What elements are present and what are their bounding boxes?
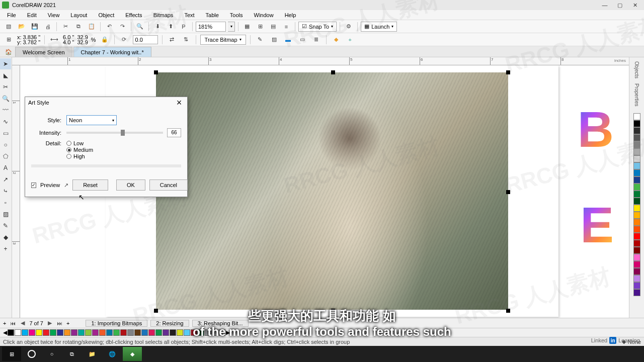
objects-docker[interactable]: Objects xyxy=(634,59,639,80)
grid-icon[interactable]: ▤ xyxy=(268,21,279,32)
palette-swatch[interactable] xyxy=(163,329,169,336)
zoom-level[interactable]: 181% xyxy=(196,22,226,32)
mirror-h-icon[interactable]: ⇄ xyxy=(167,34,178,45)
fill-tool[interactable]: ◆ xyxy=(0,232,11,243)
rulers-icon[interactable]: ⊞ xyxy=(255,21,266,32)
chrome-icon[interactable]: 🌐 xyxy=(103,347,122,361)
style-dropdown[interactable]: Neon▾ xyxy=(66,115,117,125)
menu-window[interactable]: Window xyxy=(249,11,279,19)
menu-layout[interactable]: Layout xyxy=(65,11,92,19)
search-button[interactable] xyxy=(22,347,41,361)
color-swatch[interactable] xyxy=(633,261,640,268)
close-button[interactable]: ✕ xyxy=(628,1,642,9)
color-swatch[interactable] xyxy=(633,219,640,226)
add-icon[interactable]: + xyxy=(345,34,356,45)
page-tab-2[interactable]: 2: Resizing xyxy=(150,320,189,327)
rectangle-tool[interactable]: ▭ xyxy=(0,128,11,139)
open-icon[interactable]: 📂 xyxy=(16,21,27,32)
find-icon[interactable]: 🔍 xyxy=(134,21,145,32)
menu-object[interactable]: Object xyxy=(93,11,119,19)
palette-swatch[interactable] xyxy=(64,329,70,336)
zoom-dropdown[interactable]: ▾ xyxy=(228,22,235,32)
palette-swatch[interactable] xyxy=(155,329,162,336)
palette-swatch[interactable] xyxy=(170,329,176,336)
paste-icon[interactable]: 📋 xyxy=(86,21,97,32)
color-swatch[interactable] xyxy=(633,198,640,205)
maximize-button[interactable]: ▢ xyxy=(613,1,627,9)
detail-medium[interactable]: Medium xyxy=(66,147,93,153)
page-tab-3[interactable]: 3: Reshaping Bit... xyxy=(192,320,249,327)
palette-swatch[interactable] xyxy=(8,329,14,336)
snap-menu[interactable]: ☑Snap To▾ xyxy=(298,22,337,32)
color-swatch[interactable] xyxy=(633,282,640,289)
palette-swatch[interactable] xyxy=(99,329,106,336)
color-swatch[interactable] xyxy=(633,113,640,120)
palette-swatch[interactable] xyxy=(198,329,204,336)
rotation-input[interactable]: 0.0 xyxy=(133,35,158,44)
color-swatch[interactable] xyxy=(633,176,640,184)
color-swatch[interactable] xyxy=(633,169,640,176)
parallel-dim-tool[interactable]: ↗ xyxy=(0,174,11,185)
polygon-tool[interactable]: ⬠ xyxy=(0,151,11,162)
intensity-value[interactable]: 66 xyxy=(167,128,181,137)
print-icon[interactable]: 🖨 xyxy=(42,21,53,32)
copy-icon[interactable]: ⧉ xyxy=(73,21,84,32)
sel-handle[interactable] xyxy=(331,309,335,313)
fullscreen-icon[interactable]: ▦ xyxy=(242,21,253,32)
color-swatch[interactable] xyxy=(633,120,640,127)
first-page[interactable]: ⏮ xyxy=(9,320,16,326)
undo-icon[interactable]: ↶ xyxy=(104,21,115,32)
tab-document[interactable]: Chapter 7 - Working wit..* xyxy=(73,47,151,57)
color-swatch[interactable] xyxy=(633,289,640,296)
color-swatch[interactable] xyxy=(633,212,640,219)
palette-swatch[interactable] xyxy=(191,329,197,336)
pdf-icon[interactable]: P xyxy=(178,21,189,32)
mirror-v-icon[interactable]: ⇅ xyxy=(181,34,192,45)
palette-swatch[interactable] xyxy=(113,329,120,336)
menu-file[interactable]: File xyxy=(2,11,21,19)
ellipse-tool[interactable]: ○ xyxy=(0,139,11,150)
menu-view[interactable]: View xyxy=(43,11,65,19)
guides-icon[interactable]: ≡ xyxy=(281,21,292,32)
color-swatch[interactable] xyxy=(633,184,640,191)
palette-swatch[interactable] xyxy=(15,329,21,336)
wrap-icon[interactable]: ≣ xyxy=(311,34,322,45)
color-swatch[interactable] xyxy=(633,191,640,198)
color-swatch[interactable] xyxy=(633,268,640,275)
palette-swatch[interactable] xyxy=(85,329,92,336)
straighten-icon[interactable]: ▭ xyxy=(297,34,308,45)
redo-icon[interactable]: ↷ xyxy=(117,21,128,32)
lock-ratio-icon[interactable]: 🔒 xyxy=(99,34,110,45)
cut-icon[interactable]: ✂ xyxy=(60,21,71,32)
home-icon[interactable]: 🏠 xyxy=(3,47,14,57)
task-view-icon[interactable]: ⧉ xyxy=(62,347,82,361)
coreldraw-taskbar-icon[interactable]: ◆ xyxy=(123,347,142,361)
add-page-icon[interactable]: + xyxy=(3,320,6,326)
eyedropper-tool[interactable]: ✎ xyxy=(0,220,11,231)
freehand-tool[interactable]: 〰 xyxy=(0,105,11,116)
palette-swatch[interactable] xyxy=(43,329,49,336)
size-h[interactable]: 4.0 " xyxy=(63,40,74,45)
plus-tool[interactable]: + xyxy=(0,243,11,254)
prev-page[interactable]: ◀ xyxy=(19,320,26,326)
palette-swatch[interactable] xyxy=(78,329,85,336)
sel-handle[interactable] xyxy=(506,70,510,74)
palette-swatch[interactable] xyxy=(205,329,211,336)
color-swatch[interactable] xyxy=(633,155,640,162)
import-icon[interactable]: ⬇ xyxy=(152,21,163,32)
ok-button[interactable]: OK xyxy=(116,179,145,191)
intensity-slider[interactable] xyxy=(66,132,163,134)
color-swatch[interactable] xyxy=(633,240,640,247)
palette-swatch[interactable] xyxy=(22,329,28,336)
transparency-tool[interactable]: ▨ xyxy=(0,209,11,220)
resample-icon[interactable]: ▨ xyxy=(269,34,280,45)
reset-button[interactable]: Reset xyxy=(72,179,108,191)
cancel-button[interactable]: Cancel xyxy=(149,179,188,191)
crop-tool[interactable]: ✂ xyxy=(0,81,11,93)
palette-swatch[interactable] xyxy=(57,329,63,336)
connector-tool[interactable]: ⤷ xyxy=(0,186,11,197)
color-swatch[interactable] xyxy=(633,226,640,233)
palette-swatch[interactable] xyxy=(212,329,218,336)
palette-swatch[interactable] xyxy=(50,329,56,336)
palette-left[interactable]: ◀ xyxy=(3,329,7,336)
